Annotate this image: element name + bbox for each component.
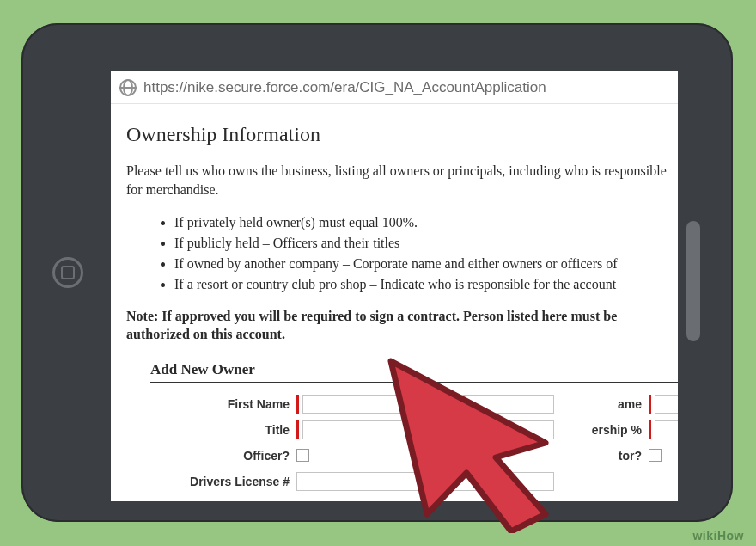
owner-form: First Name ame Title xyxy=(150,391,678,494)
form-row: Drivers License # xyxy=(150,469,678,494)
officer-checkbox[interactable] xyxy=(296,449,309,462)
drivers-license-input[interactable] xyxy=(296,472,554,491)
bullet-item: If owned by another company – Corporate … xyxy=(174,254,678,274)
required-indicator xyxy=(296,395,299,414)
first-name-label: First Name xyxy=(150,397,296,411)
required-indicator xyxy=(296,420,299,439)
browser-screen: https://nike.secure.force.com/era/CIG_NA… xyxy=(111,71,678,501)
director-label: tor? xyxy=(554,449,649,463)
ownership-pct-input[interactable] xyxy=(655,420,678,439)
form-row: First Name ame xyxy=(150,391,678,417)
drivers-license-label: Drivers License # xyxy=(150,475,296,488)
bullet-item: If a resort or country club pro shop – I… xyxy=(174,274,678,295)
url-text: https://nike.secure.force.com/era/CIG_NA… xyxy=(143,79,546,96)
bullet-item: If publicly held – Officers and their ti… xyxy=(174,233,678,254)
title-input[interactable] xyxy=(302,420,554,439)
form-row: Officer? tor? xyxy=(150,443,678,469)
last-name-label: ame xyxy=(554,397,649,411)
last-name-input[interactable] xyxy=(655,395,678,414)
ownership-pct-label: ership % xyxy=(554,423,649,437)
required-indicator xyxy=(649,395,651,414)
tablet-frame: https://nike.secure.force.com/era/CIG_NA… xyxy=(21,23,733,522)
page-heading: Ownership Information xyxy=(126,123,678,146)
intro-paragraph: Please tell us who owns the business, li… xyxy=(126,162,678,200)
watermark: wikiHow xyxy=(692,529,744,543)
bullet-item: If privately held owner(s) must equal 10… xyxy=(174,212,678,233)
globe-icon xyxy=(119,79,137,96)
required-indicator xyxy=(649,420,651,439)
form-row: Title ership % xyxy=(150,417,678,443)
side-button[interactable] xyxy=(686,221,700,341)
director-checkbox[interactable] xyxy=(649,449,662,462)
note-paragraph: Note: If approved you will be required t… xyxy=(126,307,678,344)
section-title: Add New Owner xyxy=(150,361,678,383)
home-button[interactable] xyxy=(52,257,83,288)
page-content: Ownership Information Please tell us who… xyxy=(111,104,678,494)
officer-label: Officer? xyxy=(150,449,296,463)
first-name-input[interactable] xyxy=(302,395,554,414)
address-bar[interactable]: https://nike.secure.force.com/era/CIG_NA… xyxy=(111,71,678,104)
title-label: Title xyxy=(150,423,296,437)
bullet-list: If privately held owner(s) must equal 10… xyxy=(174,212,678,295)
